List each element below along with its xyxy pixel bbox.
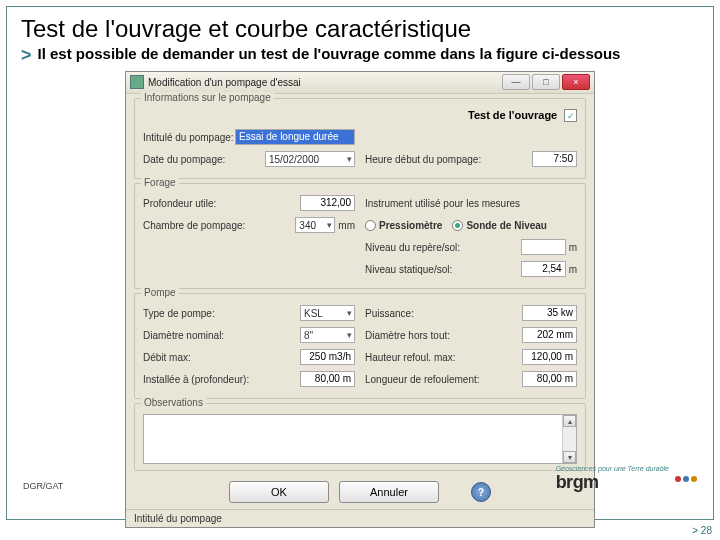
lbl-diamht: Diamètre hors tout: [365,330,522,341]
input-nstatique[interactable]: 2,54 [521,261,566,277]
select-type[interactable]: KSL [300,305,355,321]
test-ouvrage-checkbox[interactable]: ✓ [564,109,577,122]
lbl-diamn: Diamètre nominal: [143,330,300,341]
input-inst[interactable]: 80,00 m [300,371,355,387]
lbl-puiss: Puissance: [365,308,522,319]
lbl-chambre: Chambre de pompage: [143,220,295,231]
close-button[interactable]: × [562,74,590,90]
input-puiss[interactable]: 35 kw [522,305,577,321]
group-observations: Observations ▴ ▾ [134,403,586,471]
input-diamht[interactable]: 202 mm [522,327,577,343]
group-info: Informations sur le pompage Test de l'ou… [134,98,586,180]
group-info-title: Informations sur le pompage [141,92,274,103]
unit-m2: m [569,264,577,275]
lbl-debit: Débit max: [143,352,300,363]
brgm-logo: Géosciences pour une Terre durable brgm [556,465,697,493]
group-observations-title: Observations [141,397,206,408]
textarea-observations[interactable]: ▴ ▾ [143,414,577,464]
unit-mm: mm [338,220,355,231]
brgm-name: brgm [556,472,599,492]
group-pompe-title: Pompe [141,287,179,298]
input-hrefoul[interactable]: 120,00 m [522,349,577,365]
chevron-icon: > [21,45,32,67]
lbl-hrefoul: Hauteur refoul. max: [365,352,522,363]
lbl-heure: Heure début du pompage: [365,154,532,165]
scroll-up-icon[interactable]: ▴ [563,415,576,427]
brgm-tagline: Géosciences pour une Terre durable [556,465,669,472]
radio-pressio[interactable] [365,220,376,231]
cancel-button[interactable]: Annuler [339,481,439,503]
test-ouvrage-label: Test de l'ouvrage [468,109,557,121]
lbl-instrument: Instrument utilisé pour les mesures [365,198,520,209]
input-debit[interactable]: 250 m3/h [300,349,355,365]
radio-sonde[interactable] [452,220,463,231]
lbl-date: Date du pompage: [143,154,265,165]
lbl-sonde: Sonde de Niveau [466,220,547,231]
lbl-intitule: Intitulé du pompage: [143,132,235,143]
group-forage: Forage Profondeur utile: 312,00 Chambre … [134,183,586,289]
input-nrepere[interactable] [521,239,566,255]
lbl-nstatique: Niveau statique/sol: [365,264,521,275]
input-heure[interactable]: 7:50 [532,151,577,167]
lbl-lrefoul: Longueur de refoulement: [365,374,522,385]
scrollbar[interactable]: ▴ ▾ [562,415,576,463]
app-icon [130,75,144,89]
group-pompe: Pompe Type de pompe:KSL Diamètre nominal… [134,293,586,399]
select-diamn[interactable]: 8" [300,327,355,343]
input-date[interactable]: 15/02/2000 [265,151,355,167]
titlebar[interactable]: Modification d'un pompage d'essai — □ × [126,72,594,94]
lbl-inst: Installée à (profondeur): [143,374,300,385]
group-forage-title: Forage [141,177,179,188]
scroll-down-icon[interactable]: ▾ [563,451,576,463]
unit-m1: m [569,242,577,253]
footer-left: DGR/GAT [23,481,63,491]
slide-bullet: > Il est possible de demander un test de… [7,45,713,69]
ok-button[interactable]: OK [229,481,329,503]
dialog-window: Modification d'un pompage d'essai — □ × … [125,71,595,529]
lbl-type: Type de pompe: [143,308,300,319]
bullet-text: Il est possible de demander un test de l… [38,45,621,64]
help-button[interactable]: ? [471,482,491,502]
lbl-nrepere: Niveau du repère/sol: [365,242,521,253]
select-chambre[interactable]: 340 [295,217,335,233]
statusbar: Intitulé du pompage [126,509,594,527]
brgm-dots-icon [675,476,697,482]
lbl-profondeur: Profondeur utile: [143,198,300,209]
input-lrefoul[interactable]: 80,00 m [522,371,577,387]
minimize-button[interactable]: — [502,74,530,90]
lbl-pressio: Pressiomètre [379,220,442,231]
maximize-button[interactable]: □ [532,74,560,90]
input-profondeur[interactable]: 312,00 [300,195,355,211]
slide-title: Test de l'ouvrage et courbe caractéristi… [7,7,713,45]
window-title: Modification d'un pompage d'essai [148,77,502,88]
input-intitule[interactable]: Essai de longue durée [235,129,355,145]
page-number: > 28 [692,525,712,536]
